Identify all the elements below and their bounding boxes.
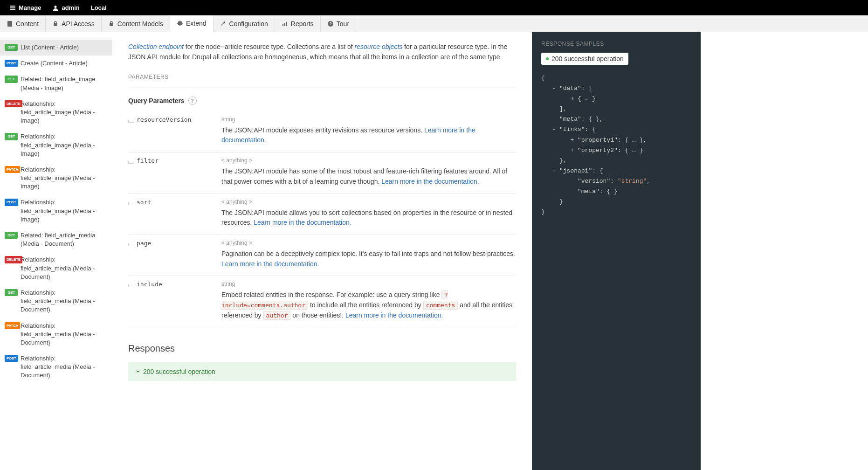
- sidebar-item[interactable]: POSTRelationship: field_article_media (M…: [0, 351, 112, 384]
- chart-icon: [282, 21, 288, 27]
- svg-rect-2: [54, 23, 57, 26]
- hamburger-icon: [9, 5, 16, 11]
- nav-configuration[interactable]: Configuration: [214, 15, 275, 32]
- method-badge: POST: [5, 355, 18, 362]
- wrench-icon: [220, 21, 227, 27]
- user-menu[interactable]: admin: [47, 0, 85, 15]
- sidebar-item[interactable]: DELETERelationship: field_article_image …: [0, 96, 112, 129]
- response-200-toggle[interactable]: 200 successful operation: [128, 362, 516, 381]
- learn-more-link[interactable]: Learn more in the documentation.: [254, 219, 351, 226]
- param-type: string: [221, 281, 516, 287]
- json-line[interactable]: + { … }: [541, 94, 691, 104]
- sidebar-item[interactable]: PATCHRelationship: field_article_image (…: [0, 162, 112, 195]
- param-row: filter< anything >The JSON:API module ha…: [128, 152, 516, 194]
- sidebar-item[interactable]: POSTRelationship: field_article_image (M…: [0, 194, 112, 228]
- env-label-item[interactable]: Local: [85, 0, 112, 15]
- lock-icon: [52, 21, 59, 27]
- manage-menu[interactable]: Manage: [4, 0, 47, 15]
- admin-nav: Content API Access Content Models Extend…: [0, 15, 868, 32]
- json-line[interactable]: - "data": [: [541, 83, 691, 94]
- svg-rect-6: [286, 22, 287, 26]
- response-sample-tab[interactable]: 200 successful operation: [541, 53, 628, 65]
- nav-tour[interactable]: ? Tour: [321, 15, 356, 32]
- param-name: filter: [137, 157, 221, 164]
- nav-reports-label: Reports: [291, 20, 314, 28]
- param-name: sort: [137, 199, 221, 206]
- tree-connector-icon: [128, 202, 134, 205]
- sidebar-item[interactable]: GETRelated: field_article_image (Media -…: [0, 71, 112, 96]
- tree-connector-icon: [128, 284, 134, 287]
- json-line: "meta": { },: [541, 114, 691, 124]
- puzzle-icon: [177, 20, 183, 27]
- sidebar-item[interactable]: PATCHRelationship: field_article_media (…: [0, 318, 112, 351]
- sidebar-item-label: List (Content - Article): [21, 43, 79, 52]
- nav-content[interactable]: Content: [0, 15, 46, 32]
- param-description: Pagination can be a deceptively complex …: [221, 249, 516, 269]
- nav-api-access[interactable]: API Access: [46, 15, 102, 32]
- learn-more-link[interactable]: Learn more in the documentation.: [221, 260, 319, 268]
- param-description: The JSON:API module has some of the most…: [221, 166, 516, 187]
- sidebar-item-label: Relationship: field_article_image (Media…: [21, 100, 107, 125]
- response-200-label: 200 successful operation: [143, 368, 215, 375]
- nav-reports[interactable]: Reports: [275, 15, 321, 32]
- param-name: include: [137, 281, 221, 288]
- nav-content-label: Content: [16, 20, 39, 28]
- resource-objects-link[interactable]: resource objects: [355, 43, 403, 50]
- method-badge: GET: [5, 289, 18, 296]
- param-description: Embed related entities in the response. …: [221, 290, 516, 320]
- param-type: string: [221, 116, 516, 123]
- svg-text:?: ?: [329, 21, 332, 26]
- collection-endpoint-link[interactable]: Collection endpoint: [128, 43, 184, 50]
- sidebar-item[interactable]: GETRelationship: field_article_media (Me…: [0, 285, 112, 318]
- help-icon[interactable]: ?: [188, 97, 197, 105]
- main-layout: GETList (Content - Article)POSTCreate (C…: [0, 32, 868, 470]
- sidebar-item-label: Relationship: field_article_image (Media…: [21, 198, 107, 224]
- sidebar-item[interactable]: GETList (Content - Article): [0, 40, 112, 55]
- json-line: }: [541, 207, 691, 217]
- sidebar-item-label: Create (Content - Article): [21, 59, 88, 68]
- chevron-down-icon: [136, 368, 140, 375]
- json-line: ],: [541, 104, 691, 114]
- json-line[interactable]: + "property2": { … }: [541, 145, 691, 156]
- nav-api-access-label: API Access: [62, 20, 95, 28]
- svg-point-0: [55, 6, 57, 8]
- parameters-label: PARAMETERS: [128, 74, 516, 80]
- sidebar-item[interactable]: GETRelated: field_article_media (Media -…: [0, 228, 112, 252]
- sidebar-item[interactable]: GETRelationship: field_article_image (Me…: [0, 129, 112, 162]
- json-line[interactable]: - "jsonapi": {: [541, 166, 691, 176]
- json-line: }: [541, 197, 691, 207]
- svg-rect-5: [284, 23, 285, 26]
- json-line[interactable]: + "property1": { … },: [541, 135, 691, 145]
- nav-extend[interactable]: Extend: [170, 15, 214, 32]
- method-badge: GET: [5, 232, 18, 239]
- code-inline: ?include=comments.author: [221, 290, 448, 310]
- learn-more-link[interactable]: Learn more in the documentation.: [345, 311, 443, 319]
- json-line[interactable]: - "links": {: [541, 124, 691, 135]
- file-icon: [7, 21, 13, 27]
- method-badge: PATCH: [5, 166, 20, 173]
- user-label: admin: [62, 4, 79, 11]
- learn-more-link[interactable]: Learn more in the documentation.: [221, 126, 475, 144]
- method-badge: DELETE: [5, 256, 22, 263]
- sidebar-item-label: Relationship: field_article_media (Media…: [21, 354, 107, 380]
- topbar: Manage admin Local: [0, 0, 868, 15]
- sidebar-item-label: Relationship: field_article_media (Media…: [21, 289, 107, 314]
- json-sample: { - "data": [ + { … } ], "meta": { }, - …: [541, 73, 691, 217]
- nav-content-models[interactable]: Content Models: [102, 15, 170, 32]
- intro-text1: for the node--article resource type. Col…: [184, 43, 355, 50]
- nav-content-models-label: Content Models: [117, 20, 163, 28]
- sidebar-item[interactable]: DELETERelationship: field_article_media …: [0, 252, 112, 285]
- learn-more-link[interactable]: Learn more in the documentation.: [381, 178, 479, 185]
- method-badge: GET: [5, 44, 18, 51]
- method-badge: PATCH: [5, 322, 20, 329]
- user-icon: [52, 5, 59, 11]
- responses-heading: Responses: [128, 343, 516, 354]
- divider: [128, 88, 516, 88]
- nav-extend-label: Extend: [186, 20, 207, 27]
- param-type: < anything >: [221, 157, 516, 164]
- sidebar-item[interactable]: POSTCreate (Content - Article): [0, 55, 112, 71]
- response-sample-tab-label: 200 successful operation: [551, 55, 624, 62]
- svg-rect-1: [7, 21, 12, 27]
- sidebar-item-label: Relationship: field_article_image (Media…: [21, 132, 107, 158]
- query-parameters-label: Query Parameters: [128, 97, 185, 104]
